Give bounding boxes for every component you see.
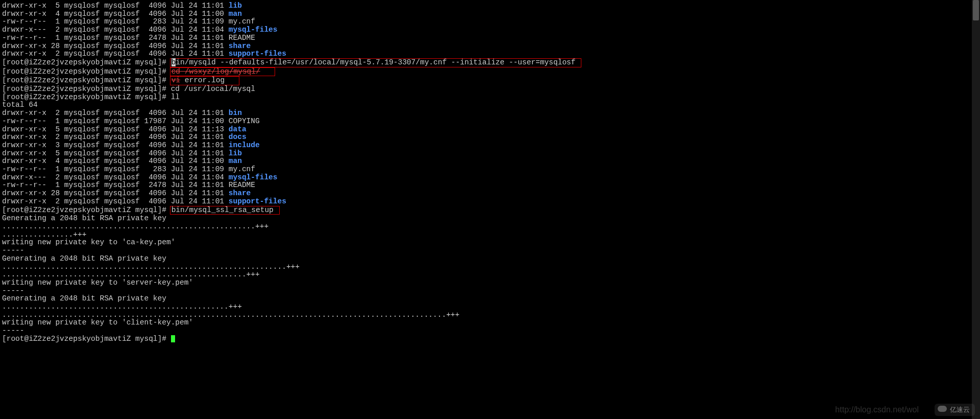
output-line: ----- xyxy=(2,327,581,335)
ls-row: drwxr-xr-x 28 mysqlosf mysqlosf 4096 Jul… xyxy=(2,190,581,198)
prompt-line: [root@iZ2ze2jvzepskyobjmavtiZ mysql]# cd… xyxy=(2,67,581,77)
total-line: total 64 xyxy=(2,101,581,109)
watermark-csdn: http://blog.csdn.net/wol xyxy=(835,406,919,414)
ls-row: drwxr-xr-x 2 mysqlosf mysqlosf 4096 Jul … xyxy=(2,198,581,206)
output-line: ................+++ xyxy=(2,231,581,239)
output-line: writing new private key to 'client-key.p… xyxy=(2,319,581,327)
output-line: ........................................… xyxy=(2,223,581,231)
ls-row: drwxr-x--- 2 mysqlosf mysqlosf 4096 Jul … xyxy=(2,174,581,182)
highlight-box: vi error.log xyxy=(170,76,240,85)
prompt-line: [root@iZ2ze2jvzepskyobjmavtiZ mysql]# bi… xyxy=(2,206,581,215)
ls-row: drwxr-xr-x 2 mysqlosf mysqlosf 4096 Jul … xyxy=(2,109,581,118)
ls-row: drwxr-x--- 2 mysqlosf mysqlosf 4096 Jul … xyxy=(2,26,581,34)
ls-row: drwxr-xr-x 4 mysqlosf mysqlosf 4096 Jul … xyxy=(2,10,581,18)
output-line: ........................................… xyxy=(2,263,581,271)
ls-row: drwxr-xr-x 3 mysqlosf mysqlosf 4096 Jul … xyxy=(2,142,581,150)
output-line: ----- xyxy=(2,287,581,295)
watermark-yisu: 亿速云 xyxy=(935,404,975,416)
ls-row: -rw-r--r-- 1 mysqlosf mysqlosf 2478 Jul … xyxy=(2,34,581,42)
ls-row: drwxr-xr-x 5 mysqlosf mysqlosf 4096 Jul … xyxy=(2,2,581,10)
output-line: Generating a 2048 bit RSA private key xyxy=(2,215,581,223)
output-line: Generating a 2048 bit RSA private key xyxy=(2,295,581,303)
ls-row: drwxr-xr-x 4 mysqlosf mysqlosf 4096 Jul … xyxy=(2,157,581,166)
scrollbar-thumb[interactable] xyxy=(973,0,979,20)
cloud-icon xyxy=(938,406,947,412)
ls-row: -rw-r--r-- 1 mysqlosf mysqlosf 17987 Jul… xyxy=(2,118,581,126)
output-line: ........................................… xyxy=(2,311,581,319)
ls-row: drwxr-xr-x 5 mysqlosf mysqlosf 4096 Jul … xyxy=(2,126,581,134)
ls-row: drwxr-xr-x 28 mysqlosf mysqlosf 4096 Jul… xyxy=(2,42,581,51)
cursor xyxy=(171,335,175,342)
highlight-box: cd /wsxyz/log/mysql/ xyxy=(170,67,275,77)
highlight-box: bin/mysql_ssl_rsa_setup xyxy=(170,206,280,215)
prompt-line: [root@iZ2ze2jvzepskyobjmavtiZ mysql]# bi… xyxy=(2,58,581,67)
prompt-line: [root@iZ2ze2jvzepskyobjmavtiZ mysql]# ll xyxy=(2,94,581,102)
output-line: ----- xyxy=(2,247,581,255)
output-line: ........................................… xyxy=(2,303,581,311)
output-line: writing new private key to 'server-key.p… xyxy=(2,279,581,287)
ls-row: -rw-r--r-- 1 mysqlosf mysqlosf 283 Jul 2… xyxy=(2,18,581,26)
prompt-line[interactable]: [root@iZ2ze2jvzepskyobjmavtiZ mysql]# xyxy=(2,335,581,343)
ls-row: drwxr-xr-x 2 mysqlosf mysqlosf 4096 Jul … xyxy=(2,50,581,58)
scrollbar[interactable] xyxy=(972,0,980,419)
output-line: writing new private key to 'ca-key.pem' xyxy=(2,239,581,247)
highlight-box: bin/mysqld --defaults-file=/usr/local/my… xyxy=(170,58,582,67)
prompt-line: [root@iZ2ze2jvzepskyobjmavtiZ mysql]# vi… xyxy=(2,76,581,85)
prompt-line: [root@iZ2ze2jvzepskyobjmavtiZ mysql]# cd… xyxy=(2,85,581,94)
terminal-output[interactable]: drwxr-xr-x 5 mysqlosf mysqlosf 4096 Jul … xyxy=(2,2,581,343)
output-line: Generating a 2048 bit RSA private key xyxy=(2,255,581,263)
ls-row: drwxr-xr-x 5 mysqlosf mysqlosf 4096 Jul … xyxy=(2,150,581,158)
output-line: ........................................… xyxy=(2,271,581,279)
ls-row: drwxr-xr-x 2 mysqlosf mysqlosf 4096 Jul … xyxy=(2,133,581,142)
ls-row: -rw-r--r-- 1 mysqlosf mysqlosf 2478 Jul … xyxy=(2,181,581,190)
ls-row: -rw-r--r-- 1 mysqlosf mysqlosf 283 Jul 2… xyxy=(2,166,581,174)
